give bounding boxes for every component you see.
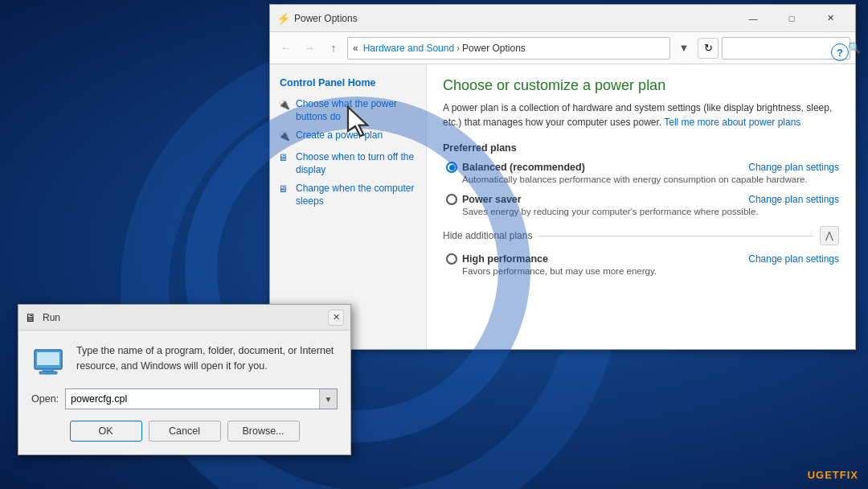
preferred-plans-header: Preferred plans — [443, 142, 839, 154]
run-buttons-row: OK Cancel Browse... — [31, 421, 338, 442]
run-dialog-icon: 🖥 — [25, 311, 38, 324]
balanced-radio-inner — [449, 165, 455, 171]
close-button[interactable]: ✕ — [812, 5, 849, 32]
watermark-prefix: UGET — [808, 469, 840, 481]
balanced-plan-label: Balanced (recommended) — [446, 162, 585, 173]
run-open-row: Open: ▼ — [31, 388, 338, 409]
run-browse-button[interactable]: Browse... — [227, 421, 300, 442]
power-saver-plan-row: Power saver Change plan settings — [446, 194, 839, 205]
run-body: Type the name of a program, folder, docu… — [18, 331, 350, 454]
learn-more-link[interactable]: Tell me more about power plans — [664, 117, 800, 128]
sidebar-display-label: Choose when to turn off the display — [296, 151, 418, 176]
main-panel: Choose or customize a power plan A power… — [427, 64, 855, 349]
sidebar-display-link[interactable]: 🖥 Choose when to turn off the display — [270, 148, 426, 179]
minimize-button[interactable]: — — [735, 5, 772, 32]
help-button[interactable]: ? — [831, 43, 849, 61]
search-icon: 🔍 — [848, 42, 861, 54]
balanced-plan-desc: Automatically balances performance with … — [446, 175, 839, 184]
high-performance-radio[interactable] — [446, 253, 457, 265]
address-power-options: Power Options — [462, 43, 526, 54]
sidebar-power-buttons-label: Choose what the power buttons do — [296, 98, 418, 123]
window-titlebar: ⚡ Power Options — □ ✕ — [270, 5, 855, 32]
run-dialog: 🖥 Run ✕ Type the name of a program, fold… — [18, 304, 351, 455]
svg-marker-0 — [348, 107, 367, 136]
run-ok-button[interactable]: OK — [70, 421, 142, 442]
up-button[interactable]: ↑ — [323, 38, 344, 59]
power-saver-change-link[interactable]: Change plan settings — [748, 194, 839, 205]
divider-line — [538, 236, 813, 236]
panel-title: Choose or customize a power plan — [443, 77, 839, 94]
address-separator-1: › — [457, 43, 460, 54]
watermark-suffix: FIX — [840, 469, 858, 481]
search-input[interactable] — [727, 43, 848, 54]
power-saver-plan-name: Power saver — [462, 194, 522, 205]
desktop: ⚡ Power Options — □ ✕ ← → ↑ « Hardware a… — [0, 0, 868, 489]
high-performance-change-link[interactable]: Change plan settings — [748, 253, 839, 265]
power-buttons-icon: 🔌 — [278, 99, 293, 113]
balanced-radio[interactable] — [446, 162, 457, 173]
sleep-icon: 🖥 — [278, 183, 293, 198]
refresh-button[interactable]: ↻ — [698, 38, 719, 59]
cursor — [346, 105, 378, 143]
balanced-plan-name: Balanced (recommended) — [462, 162, 585, 173]
power-saver-plan-label: Power saver — [446, 194, 522, 205]
run-cancel-button[interactable]: Cancel — [149, 421, 221, 442]
svg-rect-2 — [37, 352, 59, 365]
run-big-icon — [31, 343, 65, 377]
power-saver-radio[interactable] — [446, 194, 457, 205]
run-dialog-title: Run — [43, 312, 328, 323]
power-saver-plan-desc: Saves energy by reducing your computer's… — [446, 207, 839, 216]
address-bar: ← → ↑ « Hardware and Sound › Power Optio… — [270, 32, 855, 64]
additional-plans-label: Hide additional plans — [443, 230, 532, 241]
additional-plans-divider: Hide additional plans ⋀ — [443, 226, 839, 245]
window-content: Control Panel Home 🔌 Choose what the pow… — [270, 64, 855, 349]
high-performance-plan: High performance Change plan settings Fa… — [443, 253, 839, 276]
run-input[interactable] — [65, 388, 338, 409]
high-performance-plan-label: High performance — [446, 253, 548, 265]
window-controls: — □ ✕ — [735, 5, 849, 32]
sidebar-sleep-link[interactable]: 🖥 Change when the computer sleeps — [270, 179, 426, 211]
watermark: UGETFIX — [808, 469, 858, 481]
maximize-button[interactable]: □ — [773, 5, 810, 32]
panel-description: A power plan is a collection of hardware… — [443, 101, 839, 129]
power-options-window: ⚡ Power Options — □ ✕ ← → ↑ « Hardware a… — [269, 4, 856, 350]
address-path[interactable]: « Hardware and Sound › Power Options — [347, 37, 670, 60]
run-close-button[interactable]: ✕ — [328, 310, 344, 326]
balanced-plan-row: Balanced (recommended) Change plan setti… — [446, 162, 839, 173]
create-plan-icon: 🔌 — [278, 130, 293, 145]
run-titlebar: 🖥 Run ✕ — [18, 305, 350, 331]
high-performance-plan-desc: Favors performance, but may use more ene… — [446, 266, 839, 276]
forward-button[interactable]: → — [299, 38, 320, 59]
high-performance-plan-row: High performance Change plan settings — [446, 253, 839, 265]
balanced-plan: Balanced (recommended) Change plan setti… — [443, 162, 839, 184]
run-description-row: Type the name of a program, folder, docu… — [31, 343, 338, 377]
display-icon: 🖥 — [278, 152, 293, 166]
run-description-text: Type the name of a program, folder, docu… — [76, 343, 338, 374]
sidebar-power-buttons-link[interactable]: 🔌 Choose what the power buttons do — [270, 95, 426, 126]
power-window-icon: ⚡ — [276, 12, 289, 25]
sidebar-sleep-label: Change when the computer sleeps — [296, 183, 418, 208]
address-hardware-sound[interactable]: Hardware and Sound — [363, 43, 454, 54]
power-window-title: Power Options — [294, 13, 735, 24]
back-button[interactable]: ← — [275, 38, 296, 59]
balanced-change-link[interactable]: Change plan settings — [748, 162, 839, 173]
svg-rect-4 — [39, 372, 57, 374]
sidebar-create-plan-label: Create a power plan — [296, 129, 383, 142]
dropdown-button[interactable]: ▼ — [674, 38, 694, 59]
toggle-additional-btn[interactable]: ⋀ — [820, 226, 839, 245]
power-saver-plan: Power saver Change plan settings Saves e… — [443, 194, 839, 216]
address-prefix: « — [353, 43, 358, 54]
high-performance-plan-name: High performance — [462, 253, 548, 265]
run-open-label: Open: — [31, 393, 59, 405]
sidebar-control-panel-home[interactable]: Control Panel Home — [270, 74, 426, 95]
run-dropdown-arrow[interactable]: ▼ — [319, 389, 337, 409]
run-input-wrapper: ▼ — [65, 388, 338, 409]
sidebar-create-plan-link[interactable]: 🔌 Create a power plan — [270, 126, 426, 148]
